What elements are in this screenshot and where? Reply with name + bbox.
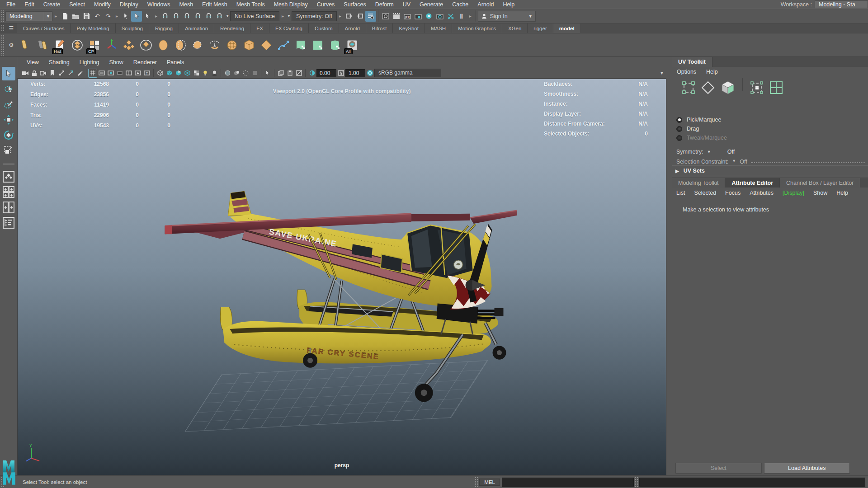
workspace-selector[interactable]: Modeling - Sta	[815, 0, 868, 8]
shelf-tab-xgen[interactable]: XGen	[502, 23, 528, 33]
uv-constraint-dropdown-icon[interactable]: ▼	[732, 159, 736, 163]
lock-camera-icon[interactable]	[30, 69, 39, 78]
uv-stack-shells-icon[interactable]	[69, 36, 86, 54]
shelf-tab-rigging[interactable]: Rigging	[149, 23, 179, 33]
rotate-tool-icon[interactable]	[2, 128, 15, 142]
toolbar-grip[interactable]	[1, 10, 5, 22]
open-scene-icon[interactable]	[70, 11, 81, 22]
shelf-grip[interactable]	[1, 24, 5, 32]
tab-uv-toolkit[interactable]: UV Toolkit	[672, 57, 712, 67]
uv-diamond-select-icon[interactable]	[701, 80, 715, 96]
ipr-render-icon[interactable]: IPR	[402, 11, 413, 22]
xray-active-icon[interactable]	[241, 69, 250, 78]
grid-toggle-icon[interactable]	[88, 69, 97, 78]
section-collapse-arrow[interactable]: ▸	[153, 14, 160, 19]
uvtk-menu-help[interactable]: Help	[701, 69, 723, 75]
shelf-tab-sculpting[interactable]: Sculpting	[116, 23, 149, 33]
save-scene-icon[interactable]	[81, 11, 92, 22]
history-notes-icon[interactable]: Hist	[52, 36, 69, 54]
uv-sphere-projection-icon[interactable]	[223, 36, 241, 54]
menu-generate[interactable]: Generate	[415, 1, 448, 8]
result-line-grip[interactable]	[635, 477, 638, 487]
uv-unfold-arc-icon[interactable]	[206, 36, 223, 54]
copy-image-icon[interactable]	[276, 69, 285, 78]
layout-outliner-icon[interactable]	[2, 216, 15, 230]
shelf-tab-custom[interactable]: Custom	[309, 23, 339, 33]
input-connections-icon[interactable]	[344, 11, 354, 22]
shelf-tab-keyshot[interactable]: KeyShot	[393, 23, 425, 33]
snap-options-dropdown-icon[interactable]: ▼	[225, 11, 230, 22]
uv-snapshot-square-icon[interactable]	[309, 36, 326, 54]
shelf-tab-fx-caching[interactable]: FX Caching	[269, 23, 309, 33]
shelf-tab-model[interactable]: model	[553, 23, 581, 33]
layout-two-pane-icon[interactable]	[2, 201, 15, 214]
film-gate-icon[interactable]	[97, 69, 106, 78]
symmetry-field[interactable]: Symmetry: Off	[292, 11, 337, 21]
uv-symmetry-dropdown-icon[interactable]: ▼	[707, 150, 711, 154]
collapse-triangle-icon[interactable]: ▶	[675, 169, 679, 174]
wireframe-mode-icon[interactable]	[156, 69, 165, 78]
uv-contour-stretch-icon[interactable]	[275, 36, 292, 54]
uv-flip-icon[interactable]	[137, 36, 155, 54]
menu-curves[interactable]: Curves	[312, 1, 340, 8]
xray-icon[interactable]	[223, 69, 232, 78]
symmetry-dropdown-icon[interactable]: ▼	[286, 11, 292, 22]
shelf-tab-mash[interactable]: MASH	[425, 23, 452, 33]
tab-channel-box-layer-editor[interactable]: Channel Box / Layer Editor	[780, 178, 860, 188]
mel-command-input[interactable]	[502, 478, 634, 487]
menu-surfaces[interactable]: Surfaces	[339, 1, 370, 8]
xray-joints-icon[interactable]	[232, 69, 241, 78]
layout-single-pane-icon[interactable]	[2, 170, 15, 183]
undo-icon[interactable]: ↶	[92, 11, 103, 22]
ae-menu-list[interactable]: List	[672, 190, 689, 196]
lasso-tool-icon[interactable]	[2, 82, 15, 96]
shelf-tab-rendering[interactable]: Rendering	[214, 23, 250, 33]
lighting-icon[interactable]	[201, 69, 210, 78]
menu-deform[interactable]: Deform	[371, 1, 398, 8]
select-hierarchy-icon[interactable]	[120, 11, 131, 22]
command-line-grip[interactable]	[475, 477, 478, 487]
snap-to-grid-icon[interactable]	[160, 11, 170, 22]
safe-title-icon[interactable]: T	[142, 69, 151, 78]
shelf-tab-animation[interactable]: Animation	[179, 23, 214, 33]
isolate-select-icon[interactable]	[263, 69, 272, 78]
center-pivot-icon[interactable]: CP	[86, 36, 103, 54]
camera-attributes-icon[interactable]	[39, 69, 48, 78]
texture-checker-icon[interactable]	[192, 69, 201, 78]
2d-pan-zoom-icon[interactable]	[66, 69, 75, 78]
radio-drag[interactable]: Drag	[672, 124, 868, 133]
select-tool-icon[interactable]	[2, 67, 15, 80]
render-settings-icon[interactable]	[413, 11, 424, 22]
live-surface-field[interactable]: No Live Surface	[230, 11, 279, 21]
hypershade-icon[interactable]	[424, 11, 434, 22]
snap-to-point-icon[interactable]	[181, 11, 192, 22]
uv-grid-icon[interactable]	[769, 80, 783, 96]
radio-pick-marquee[interactable]: Pick/Marquee	[672, 115, 868, 124]
shelf-tab-bifrost[interactable]: Bifrost	[366, 23, 393, 33]
pause-viewport-icon[interactable]: Ⅱ	[456, 11, 467, 22]
uv-snapshot-all-icon[interactable]: All	[344, 36, 361, 54]
exposure-field[interactable]: 0.00	[316, 69, 336, 77]
select-component-mode-icon[interactable]	[142, 11, 153, 22]
ae-menu-attributes[interactable]: Attributes	[745, 190, 778, 196]
paint-select-tool-icon[interactable]	[2, 98, 15, 111]
section-collapse-arrow[interactable]: ▸	[467, 14, 474, 19]
shelf-tab-fx[interactable]: FX	[250, 23, 269, 33]
safe-action-icon[interactable]	[133, 69, 142, 78]
menu-set-dropdown-icon[interactable]: ▼	[44, 11, 52, 21]
shaded-mode-icon[interactable]	[165, 69, 174, 78]
uv-unfold-shell-icon[interactable]	[155, 36, 172, 54]
field-chart-icon[interactable]	[124, 69, 133, 78]
uv-cube-3d-icon[interactable]	[721, 80, 735, 96]
ae-menu-show[interactable]: Show	[809, 190, 832, 196]
render-frame-icon[interactable]	[380, 11, 391, 22]
shelf-tab-poly-modeling[interactable]: Poly Modeling	[71, 23, 115, 33]
image-plane-icon[interactable]	[57, 69, 66, 78]
menu-uv[interactable]: UV	[398, 1, 415, 8]
section-collapse-arrow[interactable]: ▸	[279, 14, 286, 19]
paste-image-icon[interactable]	[285, 69, 294, 78]
shelf-tab-arnold[interactable]: Arnold	[339, 23, 366, 33]
axis-locator-icon[interactable]	[103, 36, 120, 54]
tab-attribute-editor[interactable]: Attribute Editor	[725, 178, 780, 188]
uv-planar-projection-icon[interactable]	[258, 36, 275, 54]
